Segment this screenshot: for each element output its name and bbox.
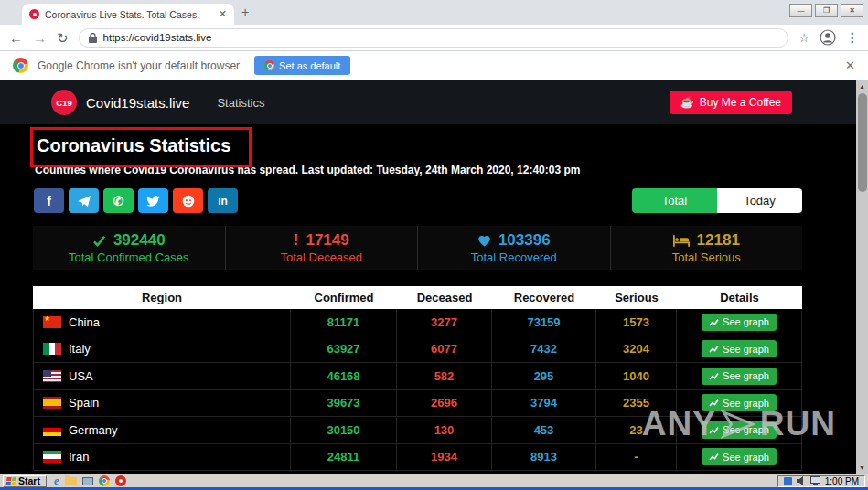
volume-icon[interactable] [797, 476, 806, 485]
browser-tab[interactable]: Coronavirus Live Stats. Total Cases. ✕ [22, 4, 234, 25]
site-brand[interactable]: Covid19stats.live [86, 95, 189, 111]
windows-taskbar: Start e 1:00 PM [0, 474, 868, 487]
address-bar[interactable]: https://covid19stats.live [79, 28, 789, 48]
default-browser-infobar: Google Chrome isn't your default browser… [0, 51, 868, 80]
table-row-germany: Germany 30150 130 453 23 See graph [33, 417, 802, 444]
see-graph-button[interactable]: See graph [702, 314, 777, 331]
whatsapp-share-button[interactable]: ✆ [103, 188, 134, 213]
confirmed-total: 392440 [113, 231, 166, 250]
see-graph-button[interactable]: See graph [702, 448, 777, 465]
toggle-today-button[interactable]: Today [717, 188, 802, 213]
header-recovered: Recovered [492, 286, 596, 309]
recovered-total: 103396 [498, 231, 551, 250]
region-name: Italy [69, 342, 91, 356]
table-row-iran: Iran 24811 1934 8913 - See graph [33, 444, 802, 472]
region-name: Germany [69, 423, 117, 437]
stat-recovered: 103396 Total Recovered [417, 226, 610, 270]
serious-value: - [596, 444, 677, 471]
display-icon[interactable] [810, 476, 820, 485]
browser-menu-icon[interactable]: ⋮ [846, 30, 859, 45]
italy-flag-icon [43, 343, 61, 355]
see-graph-button[interactable]: See graph [702, 394, 777, 411]
facebook-share-button[interactable]: f [34, 188, 64, 213]
recovered-value: 3794 [492, 390, 596, 417]
taskbar-clock: 1:00 PM [825, 476, 859, 486]
minimize-button[interactable]: — [789, 4, 812, 17]
infobar-close-icon[interactable]: ✕ [845, 59, 855, 72]
confirmed-value: 81171 [291, 309, 397, 336]
start-button[interactable]: Start [3, 475, 47, 487]
browser-toolbar: ← → ↻ https://covid19stats.live ☆ ⋮ [0, 25, 868, 51]
confirmed-value: 24811 [291, 444, 397, 471]
forward-icon[interactable]: → [33, 31, 47, 45]
url-text: https://covid19stats.live [103, 32, 212, 43]
serious-value: 23 [596, 417, 677, 443]
profile-avatar-icon[interactable] [820, 29, 836, 46]
reddit-share-button[interactable] [173, 188, 203, 213]
tab-close-icon[interactable]: ✕ [219, 9, 227, 19]
refresh-icon[interactable]: ↻ [57, 31, 69, 45]
header-confirmed: Confirmed [291, 286, 397, 309]
page-viewport: C19 Covid19stats.live Statistics ☕ Buy M… [0, 80, 856, 474]
confirmed-value: 63927 [291, 336, 397, 363]
toggle-total-button[interactable]: Total [632, 188, 717, 213]
scroll-up-icon[interactable]: ▲ [856, 80, 868, 92]
page-title: Coronavirus Statistics [37, 134, 856, 157]
red-app-icon[interactable] [115, 475, 126, 486]
window-app-icon[interactable] [82, 477, 93, 485]
recovered-label: Total Recovered [418, 250, 610, 264]
close-button[interactable]: ✕ [841, 4, 863, 17]
maximize-button[interactable]: ❐ [815, 4, 838, 17]
deceased-value: 130 [397, 417, 492, 443]
folder-icon[interactable] [65, 477, 77, 485]
nav-statistics-link[interactable]: Statistics [217, 96, 264, 110]
deceased-label: Total Deceased [226, 250, 418, 264]
start-label: Start [18, 475, 40, 486]
window-controls: — ❐ ✕ [789, 4, 863, 17]
china-flag-icon [43, 316, 61, 328]
region-name: Spain [69, 396, 99, 410]
heart-icon [477, 234, 491, 247]
chrome-taskbar-icon[interactable] [99, 475, 110, 486]
deceased-value: 1934 [397, 444, 492, 471]
twitter-share-button[interactable] [138, 188, 168, 213]
buy-me-a-coffee-button[interactable]: ☕ Buy Me a Coffee [670, 91, 792, 114]
chart-line-icon [709, 318, 719, 326]
see-graph-button[interactable]: See graph [702, 421, 777, 439]
reddit-icon [182, 195, 195, 208]
telegram-share-button[interactable] [69, 188, 99, 213]
scrollbar-thumb[interactable] [858, 93, 867, 192]
see-graph-button[interactable]: See graph [702, 368, 777, 385]
page-scrollbar[interactable]: ▲ ▼ [856, 80, 868, 474]
social-share-row: f ✆ in Total Today [34, 188, 802, 213]
stat-confirmed: 392440 Total Confirmed Cases [33, 226, 225, 270]
deceased-value: 2696 [397, 390, 492, 417]
chrome-logo-icon [13, 58, 28, 73]
page-subtitle: Countries where Covid19 Coronavirus has … [35, 164, 801, 176]
new-tab-button[interactable]: + [241, 5, 249, 19]
recovered-value: 295 [492, 363, 596, 389]
see-graph-button[interactable]: See graph [702, 340, 777, 357]
confirmed-value: 30150 [291, 417, 397, 443]
tray-app-icon[interactable] [784, 477, 792, 485]
deceased-value: 582 [397, 363, 492, 389]
total-today-toggle: Total Today [632, 188, 802, 213]
header-details: Details [677, 286, 802, 309]
iran-flag-icon [43, 451, 61, 463]
germany-flag-icon [43, 424, 61, 436]
site-logo[interactable]: C19 [51, 90, 77, 115]
serious-value: 1040 [596, 363, 677, 389]
set-as-default-button[interactable]: Set as default [254, 56, 350, 75]
region-name: Iran [69, 450, 89, 463]
internet-explorer-icon[interactable]: e [54, 475, 59, 487]
linkedin-share-button[interactable]: in [208, 188, 238, 213]
back-icon[interactable]: ← [9, 31, 23, 45]
scroll-down-icon[interactable]: ▼ [856, 462, 868, 474]
infobar-message: Google Chrome isn't your default browser [38, 59, 240, 72]
serious-value: 1573 [596, 309, 677, 336]
deceased-value: 3277 [397, 309, 492, 336]
header-serious: Serious [596, 286, 677, 309]
bookmark-star-icon[interactable]: ☆ [798, 31, 809, 45]
chart-line-icon [709, 345, 719, 353]
telegram-icon [78, 196, 91, 207]
